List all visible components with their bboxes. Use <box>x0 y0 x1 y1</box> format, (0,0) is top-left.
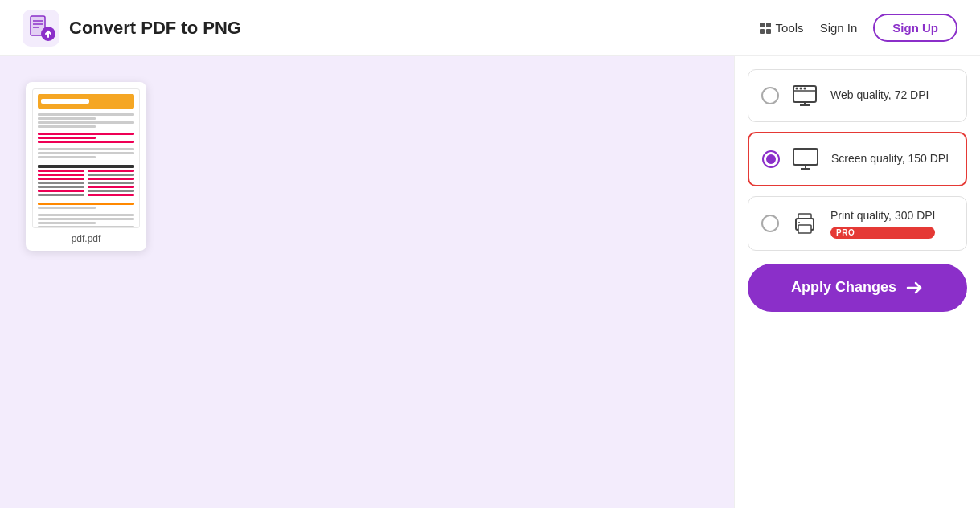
quality-print-info: Print quality, 300 DPI PRO <box>830 208 935 239</box>
page-title: Convert PDF to PNG <box>69 18 241 39</box>
signup-button[interactable]: Sign Up <box>873 14 957 42</box>
main-layout: pdf.pdf Web quality, 72 DPI <box>0 56 980 508</box>
quality-print-label: Print quality, 300 DPI <box>830 208 935 224</box>
monitor-icon <box>791 145 820 174</box>
quality-screen-label: Screen quality, 150 DPI <box>831 151 949 167</box>
quality-option-screen[interactable]: Screen quality, 150 DPI <box>748 132 967 186</box>
header-left: Convert PDF to PNG <box>23 10 241 47</box>
printer-icon <box>790 209 819 238</box>
browser-icon <box>790 81 819 110</box>
quality-web-info: Web quality, 72 DPI <box>830 88 929 104</box>
right-panel: Web quality, 72 DPI Screen quality, 150 … <box>734 56 980 508</box>
left-panel: pdf.pdf <box>0 56 734 508</box>
quality-screen-info: Screen quality, 150 DPI <box>831 151 949 167</box>
svg-point-10 <box>796 88 798 90</box>
radio-print[interactable] <box>761 215 779 232</box>
quality-option-web[interactable]: Web quality, 72 DPI <box>748 69 967 122</box>
tools-button[interactable]: Tools <box>760 21 804 35</box>
header: Convert PDF to PNG Tools Sign In Sign Up <box>0 0 980 56</box>
pro-badge: PRO <box>830 227 935 239</box>
header-right: Tools Sign In Sign Up <box>760 14 957 42</box>
pdf-thumbnail-card: pdf.pdf <box>26 82 146 251</box>
radio-screen[interactable] <box>762 150 780 168</box>
apply-changes-label: Apply Changes <box>791 279 896 296</box>
grid-icon <box>760 23 771 34</box>
svg-point-20 <box>798 222 800 223</box>
svg-rect-19 <box>798 225 811 233</box>
quality-web-label: Web quality, 72 DPI <box>830 88 929 104</box>
tools-label: Tools <box>776 21 804 35</box>
apply-changes-button[interactable]: Apply Changes <box>748 264 967 312</box>
svg-point-12 <box>804 88 806 90</box>
pdf-preview <box>32 88 140 228</box>
svg-rect-15 <box>793 149 818 165</box>
radio-web[interactable] <box>761 87 779 104</box>
logo-icon <box>23 10 59 47</box>
arrow-right-icon <box>904 278 924 297</box>
pdf-filename: pdf.pdf <box>72 233 101 244</box>
signin-button[interactable]: Sign In <box>820 21 858 35</box>
quality-option-print[interactable]: Print quality, 300 DPI PRO <box>748 196 967 251</box>
svg-point-11 <box>800 88 802 90</box>
